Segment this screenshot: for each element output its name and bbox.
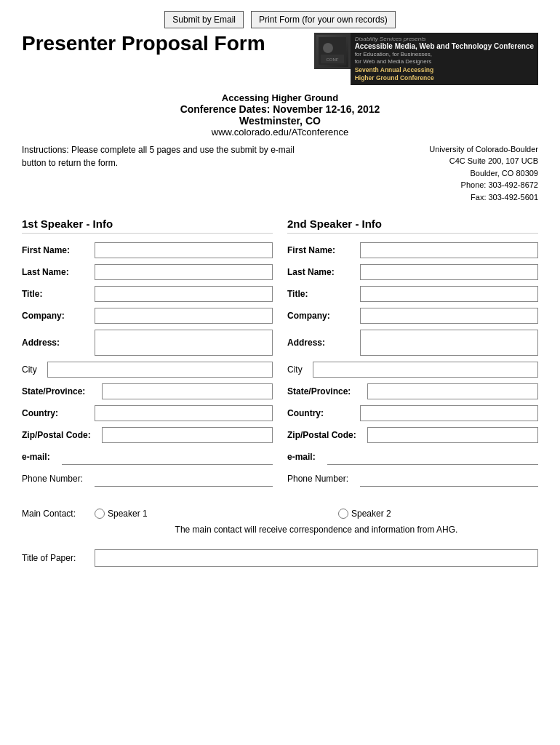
- banner-conf-title: Accessible Media, Web and Technology Con…: [355, 42, 534, 51]
- speaker1-city-label: City: [22, 364, 47, 375]
- speaker2-radio-label: Speaker 2: [351, 509, 391, 519]
- speaker2-zip-row: Zip/Postal Code:: [287, 427, 538, 443]
- speaker1-country-label: Country:: [22, 408, 95, 418]
- speaker1-email-row: e-mail:: [22, 449, 273, 465]
- speaker1-title: 1st Speaker - Info: [22, 218, 273, 234]
- speaker1-phone-label: Phone Number:: [22, 474, 95, 484]
- speaker2-radio-option: Speaker 2: [338, 509, 391, 519]
- speaker2-title-label: Title:: [287, 289, 360, 299]
- banner-text-area: Disability Services presents Accessible …: [351, 33, 538, 85]
- speaker1-title-row: Title:: [22, 286, 273, 302]
- conf-location: Westminster, CO: [22, 115, 538, 127]
- speaker2-company-row: Company:: [287, 308, 538, 324]
- speaker1-lastname-label: Last Name:: [22, 267, 95, 277]
- speaker2-company-input[interactable]: [360, 308, 538, 324]
- speaker2-lastname-input[interactable]: [360, 264, 538, 280]
- conf-name: Accessing Higher Ground: [22, 92, 538, 103]
- speaker2-address-input[interactable]: [360, 330, 538, 356]
- speaker1-address-input[interactable]: [95, 330, 273, 356]
- banner-conf-sub1: for Education, for Businesses,: [355, 51, 534, 58]
- banner-image: CONF: [314, 33, 351, 69]
- conference-banner: CONF Disability Services presents Access…: [314, 33, 538, 85]
- main-contact-label: Main Contact:: [22, 509, 95, 519]
- speaker2-country-label: Country:: [287, 408, 360, 418]
- speaker1-company-row: Company:: [22, 308, 273, 324]
- paper-row: Title of Paper:: [22, 549, 538, 567]
- speaker2-state-label: State/Province:: [287, 386, 367, 397]
- speaker2-city-input[interactable]: [313, 362, 538, 378]
- speaker1-radio-option: Speaker 1: [95, 509, 148, 519]
- speaker1-zip-row: Zip/Postal Code:: [22, 427, 273, 443]
- conf-url: www.colorado.edu/ATconference: [22, 127, 538, 138]
- speaker1-zip-input[interactable]: [102, 427, 273, 443]
- speaker2-email-row: e-mail:: [287, 449, 538, 465]
- speaker1-title-label: Title:: [22, 289, 95, 299]
- speaker2-title-input[interactable]: [360, 286, 538, 302]
- speaker1-company-label: Company:: [22, 311, 95, 321]
- speaker2-email-input[interactable]: [327, 449, 538, 465]
- university-fax: Fax: 303-492-5601: [429, 191, 538, 204]
- university-name: University of Colorado-Boulder: [429, 143, 538, 156]
- top-row: Presenter Proposal Form CONF Disability …: [22, 33, 538, 85]
- page-title: Presenter Proposal Form: [22, 33, 265, 55]
- speaker2-lastname-row: Last Name:: [287, 264, 538, 280]
- university-address: University of Colorado-Boulder C4C Suite…: [429, 143, 538, 204]
- instructions-text: Instructions: Please complete all 5 page…: [22, 143, 313, 170]
- speaker1-state-row: State/Province:: [22, 383, 273, 399]
- main-contact-row: Main Contact: Speaker 1 Speaker 2: [22, 509, 538, 519]
- speaker2-firstname-input[interactable]: [360, 242, 538, 258]
- speakers-grid: 1st Speaker - Info First Name: Last Name…: [22, 218, 538, 494]
- speaker1-firstname-input[interactable]: [95, 242, 273, 258]
- page: Submit by Email Print Form (for your own…: [0, 0, 560, 745]
- speaker2-firstname-row: First Name:: [287, 242, 538, 258]
- main-contact-note: The main contact will receive correspond…: [22, 525, 538, 535]
- speaker2-section: 2nd Speaker - Info First Name: Last Name…: [287, 218, 538, 494]
- speaker2-state-row: State/Province:: [287, 383, 538, 399]
- speaker1-title-input[interactable]: [95, 286, 273, 302]
- paper-label: Title of Paper:: [22, 553, 95, 563]
- speaker2-title-row: Title:: [287, 286, 538, 302]
- speaker1-country-input[interactable]: [95, 405, 273, 421]
- speaker1-firstname-label: First Name:: [22, 245, 95, 255]
- speaker1-lastname-input[interactable]: [95, 264, 273, 280]
- university-phone: Phone: 303-492-8672: [429, 179, 538, 191]
- speaker1-zip-label: Zip/Postal Code:: [22, 430, 102, 440]
- speaker1-company-input[interactable]: [95, 308, 273, 324]
- conf-dates: Conference Dates: November 12-16, 2012: [22, 103, 538, 115]
- speaker2-email-label: e-mail:: [287, 452, 327, 462]
- speaker2-address-row: Address:: [287, 330, 538, 356]
- speaker1-state-label: State/Province:: [22, 386, 102, 397]
- speaker2-zip-input[interactable]: [367, 427, 538, 443]
- speaker1-email-input[interactable]: [62, 449, 273, 465]
- paper-title-input[interactable]: [95, 549, 538, 567]
- speaker1-radio-input[interactable]: [95, 509, 105, 519]
- speaker2-phone-input[interactable]: [360, 471, 538, 487]
- speaker2-state-input[interactable]: [367, 383, 538, 399]
- speaker1-state-input[interactable]: [102, 383, 273, 399]
- speaker2-lastname-label: Last Name:: [287, 267, 360, 277]
- speaker2-country-input[interactable]: [360, 405, 538, 421]
- speaker1-address-label: Address:: [22, 338, 95, 348]
- speaker2-title: 2nd Speaker - Info: [287, 218, 538, 234]
- top-left: Presenter Proposal Form: [22, 33, 265, 61]
- speaker1-city-input[interactable]: [47, 362, 273, 378]
- print-form-button[interactable]: Print Form (for your own records): [251, 11, 396, 28]
- paper-section: Title of Paper:: [22, 549, 538, 567]
- speaker1-firstname-row: First Name:: [22, 242, 273, 258]
- speaker1-phone-row: Phone Number:: [22, 471, 273, 487]
- speaker2-radio-input[interactable]: [338, 509, 348, 519]
- banner-event-name: Seventh Annual AccessingHigher Ground Co…: [355, 66, 534, 82]
- speaker1-phone-input[interactable]: [95, 471, 273, 487]
- svg-text:CONF: CONF: [326, 57, 338, 62]
- speaker2-phone-label: Phone Number:: [287, 474, 360, 484]
- speaker1-address-row: Address:: [22, 330, 273, 356]
- speaker1-section: 1st Speaker - Info First Name: Last Name…: [22, 218, 273, 494]
- banner-image-inner: CONF: [316, 35, 348, 67]
- submit-email-button[interactable]: Submit by Email: [164, 11, 244, 28]
- speaker2-phone-row: Phone Number:: [287, 471, 538, 487]
- speaker2-city-row: City: [287, 362, 538, 378]
- speaker2-city-label: City: [287, 364, 313, 375]
- speaker2-company-label: Company:: [287, 311, 360, 321]
- speaker1-radio-label: Speaker 1: [108, 509, 148, 519]
- speaker1-country-row: Country:: [22, 405, 273, 421]
